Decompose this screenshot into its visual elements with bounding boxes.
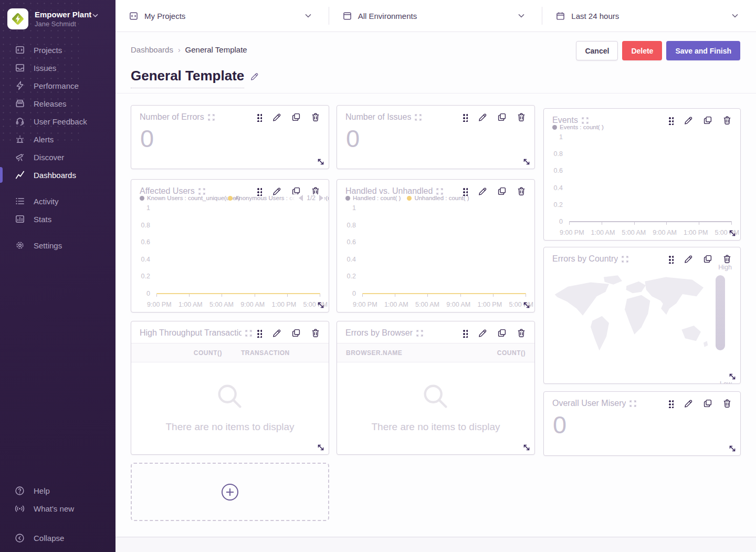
save-and-finish-button[interactable]: Save and Finish	[666, 41, 740, 60]
drag-handle-icon[interactable]	[668, 399, 674, 408]
widget-big-number: 0	[131, 122, 329, 151]
edit-widget-icon[interactable]	[684, 254, 693, 264]
add-widget-button[interactable]	[131, 463, 329, 521]
sidebar-item-whats-new[interactable]: What's new	[0, 499, 116, 517]
delete-widget-icon[interactable]	[722, 399, 732, 408]
dashboards-icon	[15, 170, 25, 180]
prev-page-icon[interactable]	[299, 195, 303, 201]
resize-handle-icon[interactable]	[317, 301, 325, 309]
sidebar-item-releases[interactable]: Releases	[0, 95, 116, 112]
sidebar-nav: Projects Issues Performance Releases Use…	[0, 41, 116, 254]
sidebar-item-help[interactable]: Help	[0, 482, 116, 499]
add-widget-plus-icon	[220, 483, 239, 502]
sidebar-item-activity[interactable]: Activity	[0, 192, 116, 210]
activity-icon	[15, 196, 25, 206]
delete-widget-icon[interactable]	[517, 328, 526, 338]
widget-affected-users: Affected Users Known Users : count_uniqu…	[131, 179, 329, 313]
duplicate-widget-icon[interactable]	[497, 112, 507, 122]
chart-legend: Known Users : count_unique(user) Anonymo…	[131, 194, 329, 201]
affected-users-chart: 10.80.60.40.20 9:00 PM1:00 AM5:00 AM9:00…	[135, 203, 322, 311]
column-header: BROWSER.NAME	[337, 349, 402, 357]
resize-handle-icon[interactable]	[317, 158, 325, 166]
expand-icon[interactable]	[622, 256, 628, 263]
global-filter-bar: My Projects All Environments Last 24 hou…	[116, 0, 756, 32]
empty-state: There are no items to display	[337, 362, 534, 454]
delete-button[interactable]: Delete	[622, 41, 662, 60]
org-switcher[interactable]: Empower Plant Jane Schmidt	[0, 0, 116, 37]
resize-handle-icon[interactable]	[728, 229, 737, 237]
page-title[interactable]: General Template	[131, 68, 244, 88]
org-name: Empower Plant	[35, 10, 91, 20]
sidebar-item-alerts[interactable]: Alerts	[0, 130, 116, 148]
main-content: Dashboards › General Template Cancel Del…	[116, 32, 756, 552]
edit-widget-icon[interactable]	[272, 112, 281, 122]
sidebar-item-settings[interactable]: Settings	[0, 236, 116, 254]
drag-handle-icon[interactable]	[462, 113, 468, 122]
expand-icon[interactable]	[198, 188, 205, 195]
project-filter-value: My Projects	[144, 12, 185, 20]
date-range-filter[interactable]: Last 24 hours	[542, 0, 756, 32]
expand-icon[interactable]	[208, 114, 215, 121]
resize-handle-icon[interactable]	[317, 443, 325, 452]
edit-widget-icon[interactable]	[478, 112, 487, 122]
sidebar-item-collapse[interactable]: Collapse	[0, 529, 116, 547]
resize-handle-icon[interactable]	[728, 444, 737, 453]
widget-title: Errors by Browser	[345, 328, 413, 338]
duplicate-widget-icon[interactable]	[291, 328, 301, 338]
sidebar-item-dashboards[interactable]: Dashboards	[0, 166, 116, 184]
page-header: Dashboards › General Template Cancel Del…	[116, 32, 756, 93]
sidebar-item-user-feedback[interactable]: User Feedback	[0, 112, 116, 130]
date-range-filter-value: Last 24 hours	[571, 12, 619, 20]
delete-widget-icon[interactable]	[311, 112, 320, 122]
sidebar-item-discover[interactable]: Discover	[0, 148, 116, 166]
widget-controls	[664, 399, 732, 408]
issues-icon	[15, 63, 25, 73]
cancel-button[interactable]: Cancel	[576, 41, 618, 60]
edit-title-pencil-icon[interactable]	[250, 72, 259, 81]
duplicate-widget-icon[interactable]	[703, 399, 712, 408]
delete-widget-icon[interactable]	[722, 254, 732, 264]
environment-filter[interactable]: All Environments	[329, 0, 543, 32]
next-page-icon[interactable]	[319, 195, 323, 201]
expand-icon[interactable]	[245, 330, 252, 337]
chart-legend: Events : count( )	[544, 123, 740, 130]
breadcrumb-dashboards-link[interactable]: Dashboards	[131, 45, 173, 54]
sidebar-item-issues[interactable]: Issues	[0, 59, 116, 77]
events-chart: 10.80.60.40.20 9:00 PM1:00 AM5:00 AM9:00…	[548, 132, 734, 239]
drag-handle-icon[interactable]	[256, 113, 262, 122]
sidebar-item-performance[interactable]: Performance	[0, 77, 116, 95]
expand-icon[interactable]	[415, 114, 422, 121]
edit-widget-icon[interactable]	[272, 328, 281, 338]
sidebar-item-stats[interactable]: Stats	[0, 210, 116, 228]
expand-icon[interactable]	[436, 188, 443, 195]
expand-icon[interactable]	[582, 117, 589, 124]
sidebar-item-projects[interactable]: Projects	[0, 41, 116, 59]
edit-widget-icon[interactable]	[478, 328, 487, 338]
delete-widget-icon[interactable]	[517, 112, 526, 122]
drag-handle-icon[interactable]	[668, 255, 674, 264]
org-logo	[7, 8, 28, 29]
column-header: COUNT()	[497, 349, 534, 357]
breadcrumb-separator-icon: ›	[178, 46, 181, 54]
project-filter[interactable]: My Projects	[116, 0, 329, 32]
legend-label: Handled : count( )	[353, 195, 401, 201]
stats-icon	[15, 214, 25, 224]
resize-handle-icon[interactable]	[522, 443, 531, 452]
drag-handle-icon[interactable]	[462, 329, 468, 338]
edit-widget-icon[interactable]	[684, 399, 693, 408]
empty-state-message: There are no items to display	[371, 421, 500, 433]
duplicate-widget-icon[interactable]	[497, 328, 507, 338]
duplicate-widget-icon[interactable]	[703, 254, 712, 264]
expand-icon[interactable]	[416, 330, 423, 337]
calendar-icon	[556, 12, 565, 20]
delete-widget-icon[interactable]	[311, 328, 320, 338]
resize-handle-icon[interactable]	[728, 372, 737, 381]
sidebar-item-label: Collapse	[34, 534, 64, 543]
resize-handle-icon[interactable]	[522, 301, 531, 309]
duplicate-widget-icon[interactable]	[291, 112, 301, 122]
footer-band	[116, 537, 756, 552]
legend-swatch	[552, 125, 557, 130]
resize-handle-icon[interactable]	[522, 158, 531, 166]
drag-handle-icon[interactable]	[256, 329, 262, 338]
expand-icon[interactable]	[629, 400, 636, 407]
